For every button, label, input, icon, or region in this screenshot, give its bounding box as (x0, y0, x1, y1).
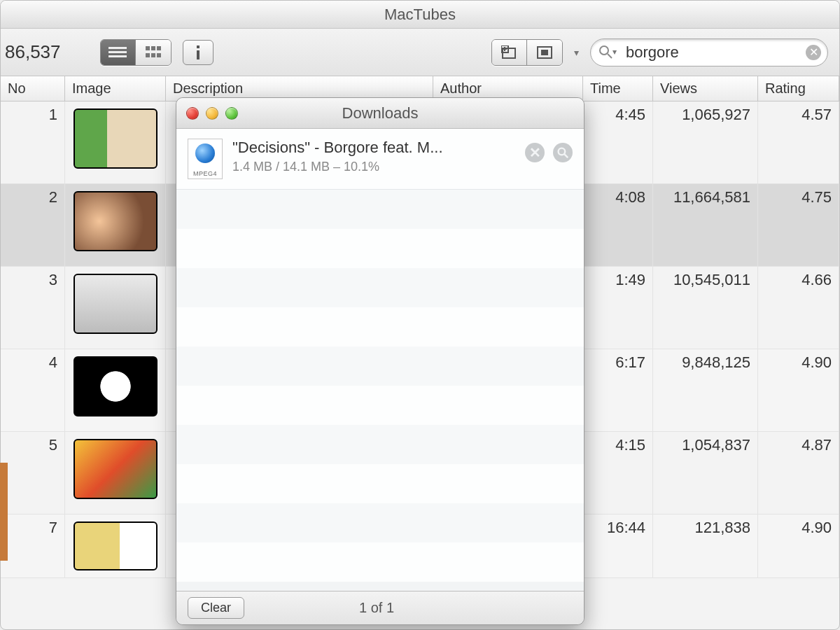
search-clear-button[interactable]: ✕ (806, 45, 821, 60)
file-type-icon (188, 139, 223, 179)
svg-line-20 (564, 154, 568, 158)
magnifier-icon (557, 147, 568, 158)
cell-rating: 4.57 (758, 102, 839, 183)
cell-views: 1,054,837 (653, 432, 758, 514)
cell-rating: 4.90 (758, 514, 839, 578)
cell-views: 121,838 (653, 514, 758, 578)
toolbar: 86,537 (1, 29, 839, 76)
download-item[interactable]: "Decisions" - Borgore feat. M... 1.4 MB … (176, 129, 584, 190)
cell-no: 3 (1, 267, 65, 349)
new-window-button[interactable] (492, 40, 527, 65)
svg-rect-4 (151, 46, 155, 50)
thumbnail[interactable] (74, 274, 158, 334)
cell-rating: 4.75 (758, 184, 839, 266)
window-frame-button[interactable] (527, 40, 562, 65)
cell-time: 4:08 (583, 184, 653, 266)
thumbnail[interactable] (74, 356, 158, 416)
cell-no: 4 (1, 349, 65, 431)
col-views[interactable]: Views (653, 76, 758, 101)
grid-icon (146, 46, 161, 59)
main-window: MacTubes 86,537 (0, 0, 840, 630)
window-mode-segmented (491, 39, 563, 66)
list-lines-icon (108, 46, 127, 59)
cell-views: 9,848,125 (653, 349, 758, 431)
cell-rating: 4.90 (758, 349, 839, 431)
x-icon: ✕ (529, 144, 541, 161)
download-filename: "Decisions" - Borgore feat. M... (232, 139, 515, 157)
svg-rect-2 (108, 55, 127, 57)
svg-rect-16 (541, 50, 548, 55)
result-count: 86,537 (5, 41, 89, 63)
view-list-button[interactable] (101, 40, 136, 65)
svg-rect-8 (157, 53, 161, 57)
downloads-titlebar[interactable]: Downloads (176, 98, 584, 129)
search-scope-caret-icon[interactable]: ▾ (612, 47, 617, 57)
col-time[interactable]: Time (583, 76, 653, 101)
svg-rect-6 (146, 53, 150, 57)
thumbnail[interactable] (74, 191, 158, 251)
svg-rect-0 (108, 47, 127, 49)
sidebar-edge-artwork (0, 463, 8, 561)
cell-views: 10,545,011 (653, 267, 758, 349)
reveal-download-button[interactable] (553, 143, 573, 162)
col-rating[interactable]: Rating (758, 76, 839, 101)
svg-rect-3 (146, 46, 150, 50)
frame-icon (537, 46, 552, 59)
search-wrap: ▾ ✕ (590, 38, 828, 66)
cell-no: 1 (1, 102, 65, 183)
downloads-footer: Clear 1 of 1 (176, 591, 584, 624)
col-no[interactable]: No (1, 76, 65, 101)
cell-views: 11,664,581 (653, 184, 758, 266)
window-title: MacTubes (384, 6, 456, 23)
svg-rect-10 (197, 50, 200, 59)
cell-time: 4:45 (583, 102, 653, 183)
view-grid-button[interactable] (136, 40, 171, 65)
cell-time: 4:15 (583, 432, 653, 514)
svg-rect-5 (157, 46, 161, 50)
search-icon (598, 45, 612, 59)
cell-rating: 4.66 (758, 267, 839, 349)
svg-point-17 (600, 46, 608, 55)
svg-rect-9 (197, 46, 200, 48)
thumbnail[interactable] (74, 108, 158, 169)
window-titlebar: MacTubes (1, 1, 839, 29)
svg-rect-1 (108, 51, 127, 53)
downloads-count: 1 of 1 (169, 600, 584, 616)
svg-rect-7 (151, 53, 155, 57)
downloads-window: Downloads "Decisions" - Borgore feat. M.… (176, 97, 584, 625)
downloads-empty-rows (176, 190, 584, 582)
svg-line-18 (608, 54, 612, 58)
cell-time: 6:17 (583, 349, 653, 431)
download-progress-text: 1.4 MB / 14.1 MB – 10.1% (232, 160, 515, 174)
search-dropdown-caret[interactable]: ▾ (574, 47, 579, 58)
thumbnail[interactable] (74, 522, 158, 570)
new-window-icon (501, 46, 518, 59)
search-input[interactable] (590, 38, 828, 66)
cell-no: 7 (1, 514, 65, 578)
downloads-title: Downloads (176, 104, 584, 122)
view-mode-segmented (100, 39, 172, 66)
info-icon (195, 46, 202, 59)
downloads-list: "Decisions" - Borgore feat. M... 1.4 MB … (176, 129, 584, 591)
cell-time: 1:49 (583, 267, 653, 349)
cell-rating: 4.87 (758, 432, 839, 514)
cell-views: 1,065,927 (653, 102, 758, 183)
cell-time: 16:44 (583, 514, 653, 578)
cell-no: 5 (1, 432, 65, 514)
x-icon: ✕ (809, 46, 818, 59)
svg-point-19 (559, 148, 566, 155)
cell-no: 2 (1, 184, 65, 266)
info-button[interactable] (183, 40, 214, 65)
thumbnail[interactable] (74, 439, 158, 499)
cancel-download-button[interactable]: ✕ (525, 143, 545, 162)
col-image[interactable]: Image (65, 76, 166, 101)
